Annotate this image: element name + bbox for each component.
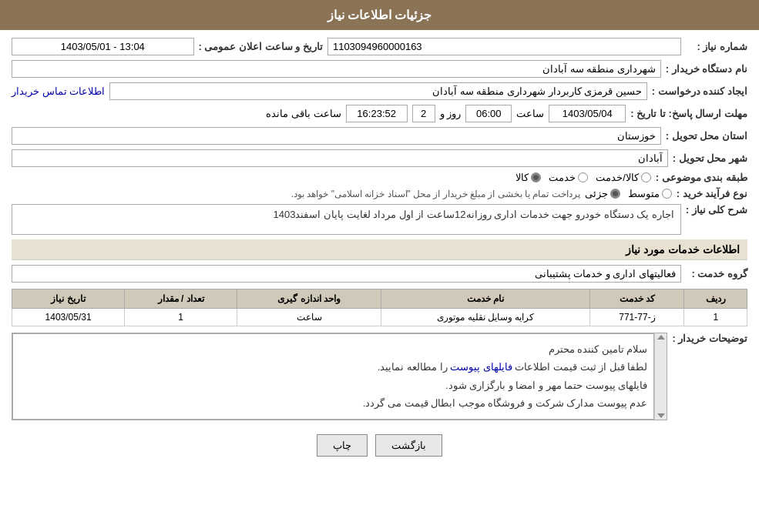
ostan-label: استان محل تحویل : <box>666 130 747 142</box>
col-radif: ردیف <box>684 289 747 309</box>
mohlat-label: مهلت ارسال پاسخ: تا تاریخ : <box>630 108 747 119</box>
buyer-notes-row: توضیحات خریدار : سلام تامین کننده محترم … <box>12 333 747 420</box>
radio-motawaset-circle <box>662 189 672 199</box>
mohlat-mande: 16:23:52 <box>346 105 408 122</box>
mohlat-date: 1403/05/04 <box>549 105 626 122</box>
noue-farayand-radio-group: متوسط جزئی <box>585 188 672 199</box>
footer-buttons: بازگشت چاپ <box>12 427 747 464</box>
fayl-link[interactable]: فایلهای پیوست <box>450 361 512 373</box>
sharh-value: اجاره یک دستگاه خودرو جهت خدمات اداری رو… <box>12 204 681 235</box>
radio-kala-khedmat-label: کالا/خدمت <box>596 172 639 183</box>
shomara-niaz-value: 1103094960000163 <box>327 38 681 55</box>
buyer-notes-line2: لطفا قبل از ثبت قیمت اطلاعات فایلهای پیو… <box>19 358 647 376</box>
col-tedad: تعداد / مقدار <box>125 289 237 309</box>
services-table: ردیف کد خدمت نام خدمت واحد اندازه گیری ت… <box>12 289 747 326</box>
radio-khedmat[interactable]: خدمت <box>549 172 588 183</box>
mohlat-saat: 06:00 <box>465 105 512 122</box>
services-table-section: ردیف کد خدمت نام خدمت واحد اندازه گیری ت… <box>12 289 747 326</box>
ettelaat-tamas-link[interactable]: اطلاعات تماس خریدار <box>12 85 105 97</box>
nam-dastgah-value: شهرداری منطقه سه آبادان <box>12 60 661 78</box>
radio-khedmat-label: خدمت <box>549 172 576 183</box>
radio-kala[interactable]: کالا <box>516 172 541 183</box>
mohlat-roz: 2 <box>412 105 435 122</box>
radio-kala-khedmat-circle <box>641 172 651 182</box>
cell-kod: ز-77-771 <box>590 309 684 326</box>
radio-jozi[interactable]: جزئی <box>585 188 620 199</box>
col-name: نام خدمت <box>381 289 590 309</box>
cell-vahed: ساعت <box>237 309 381 326</box>
page-header: جزئیات اطلاعات نیاز <box>0 0 759 30</box>
buyer-notes-line4: عدم پیوست مدارک شرکت و فروشگاه موجب ابطا… <box>19 394 647 412</box>
buyer-notes-content: سلام تامین کننده محترم لطفا قبل از ثبت ق… <box>12 333 654 420</box>
noue-description: پرداخت تمام یا بخشی از مبلغ خریدار از مح… <box>291 189 580 199</box>
cell-radif: 1 <box>684 309 747 326</box>
page-title: جزئیات اطلاعات نیاز <box>327 8 432 22</box>
tarikh-value: 1403/05/01 - 13:04 <box>12 38 194 55</box>
radio-motawaset[interactable]: متوسط <box>628 188 672 199</box>
cell-tedad: 1 <box>125 309 237 326</box>
tabaqeh-radio-group: کالا/خدمت خدمت کالا <box>516 172 651 183</box>
goroh-khedmat-value: فعالیتهای اداری و خدمات پشتیبانی <box>12 265 681 283</box>
buyer-notes-label: توضیحات خریدار : <box>672 333 747 344</box>
col-kod: کد خدمت <box>590 289 684 309</box>
table-row: 1 ز-77-771 کرایه وسایل نقلیه موتوری ساعت… <box>12 309 747 326</box>
bazgasht-button[interactable]: بازگشت <box>375 434 442 457</box>
buyer-notes-line3: فایلهای پیوست حتما مهر و امضا و بارگزاری… <box>19 376 647 394</box>
ostan-value: خوزستان <box>12 127 661 145</box>
shomara-niaz-label: شماره نیاز : <box>686 41 747 52</box>
ettelaat-khedmat-title: اطلاعات خدمات مورد نیاز <box>12 239 747 260</box>
cell-tarikh: 1403/05/31 <box>12 309 125 326</box>
col-vahed: واحد اندازه گیری <box>237 289 381 309</box>
sharh-label: شرح کلی نیاز : <box>686 204 747 216</box>
buyer-notes-line1: سلام تامین کننده محترم <box>19 340 647 358</box>
cell-name: کرایه وسایل نقلیه موتوری <box>381 309 590 326</box>
goroh-khedmat-label: گروه خدمت : <box>686 268 747 279</box>
radio-motawaset-label: متوسط <box>628 188 660 199</box>
roz-label: روز و <box>440 108 462 119</box>
ijad-konandeh-value: حسین قرمزی کاربردار شهرداری منطقه سه آبا… <box>109 82 647 100</box>
radio-kala-circle <box>531 172 541 182</box>
saat-label: ساعت <box>516 108 544 119</box>
shahr-label: شهر محل تحویل : <box>673 152 747 164</box>
nam-dastgah-label: نام دستگاه خریدار : <box>666 63 747 75</box>
noue-farayand-label: نوع فرآیند خرید : <box>677 188 747 199</box>
radio-jozi-label: جزئی <box>585 188 608 199</box>
shahr-value: آبادان <box>12 149 668 167</box>
ijad-konandeh-label: ایجاد کننده درخواست : <box>652 85 747 97</box>
saat-mande-label: ساعت باقی مانده <box>266 108 341 119</box>
radio-khedmat-circle <box>578 172 588 182</box>
chap-button[interactable]: چاپ <box>317 434 368 457</box>
radio-jozi-circle <box>610 189 620 199</box>
tarikh-label: تاریخ و ساعت اعلان عمومی : <box>199 41 323 52</box>
col-tarikh: تاریخ نیاز <box>12 289 125 309</box>
radio-kala-khedmat[interactable]: کالا/خدمت <box>596 172 651 183</box>
tabaqeh-label: طبقه بندی موضوعی : <box>656 172 747 183</box>
radio-kala-label: کالا <box>516 172 529 183</box>
